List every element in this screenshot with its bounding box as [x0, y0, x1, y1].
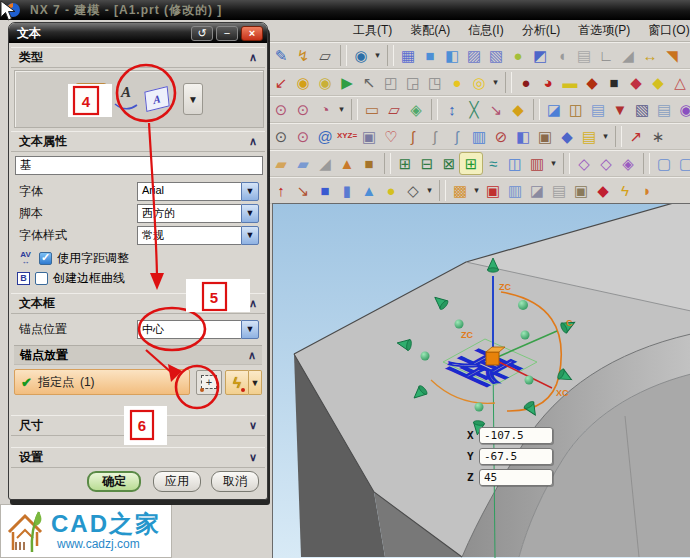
helix-icon[interactable]: @ — [314, 126, 336, 147]
cylinder-blue-icon[interactable]: ▢ — [653, 153, 675, 174]
prism-blue-icon[interactable]: ◆ — [556, 126, 578, 147]
sketch-spline-icon[interactable]: ✎ — [270, 45, 292, 66]
x-coordinate-input[interactable] — [479, 427, 553, 444]
border-curves-checkbox[interactable] — [35, 272, 48, 285]
type-text-on-face-button[interactable]: A — [144, 86, 169, 112]
folder-yellow-icon[interactable]: ▤ — [578, 126, 600, 147]
lightbulb-pair-icon[interactable]: ◎ — [468, 72, 490, 93]
striped-cylinder-icon[interactable]: ▥ — [468, 126, 490, 147]
shaded-cube-icon[interactable]: ■ — [419, 45, 441, 66]
red-pen-icon[interactable]: ↗ — [625, 126, 647, 147]
book-query-icon[interactable]: ▥ — [526, 153, 548, 174]
type-planar-text-button[interactable]: A — [75, 83, 107, 115]
point-dialog-button[interactable]: + — [196, 370, 222, 395]
section-curve-icon[interactable]: ʃ — [402, 126, 424, 147]
cone-primitive-icon[interactable]: ▲ — [358, 180, 380, 201]
lattice-icon[interactable]: ╳ — [463, 99, 485, 120]
sketch-reattach-icon[interactable]: ▭ — [361, 99, 383, 120]
gem-red-icon[interactable]: ◆ — [592, 180, 614, 201]
cone-orange-icon[interactable]: ▲ — [336, 153, 358, 174]
cylinder-blue2-icon[interactable]: ▢ — [675, 153, 690, 174]
dialog-minimize-button[interactable]: − — [216, 26, 238, 41]
shell-gray-icon[interactable]: ◖ — [551, 45, 573, 66]
corner-edge-icon[interactable]: ∟ — [595, 45, 617, 66]
dialog-reset-button[interactable]: ↺ — [191, 26, 213, 41]
plane-query-icon[interactable]: ▣ — [358, 126, 380, 147]
text-content-input[interactable] — [15, 156, 263, 175]
face-analysis-cube-icon[interactable]: ◩ — [529, 45, 551, 66]
font-combo[interactable]: Arial ▼ — [137, 182, 259, 201]
combo-caret-icon[interactable]: ▼ — [241, 204, 259, 223]
hexagon-point-icon[interactable]: ⊙ — [270, 126, 292, 147]
anchor-placement-header[interactable]: 锚点放置 ∧ — [14, 345, 262, 365]
pan-view-icon[interactable]: ◉ — [314, 72, 336, 93]
folder-caret-icon[interactable]: ▾ — [600, 131, 611, 141]
circle-center-icon[interactable]: ⊙ — [270, 99, 292, 120]
cylinder-primitive-icon[interactable]: ▮ — [336, 180, 358, 201]
ring-plane-icon[interactable]: ⊘ — [490, 126, 512, 147]
boolean-selected-icon[interactable]: ⊞ — [460, 153, 482, 174]
slant-sheet-icon[interactable]: ◥ — [661, 45, 683, 66]
collapse-chevron-icon[interactable]: ∧ — [249, 135, 257, 148]
picture-blue-icon[interactable]: ◪ — [543, 99, 565, 120]
rotate-view-icon[interactable]: ◉ — [292, 72, 314, 93]
menu-item-0[interactable]: 工具(T) — [346, 20, 399, 41]
section-dimensions[interactable]: 尺寸 ∨ — [11, 415, 265, 436]
anchor-point-handle[interactable] — [486, 352, 499, 365]
yellow-blue-cluster-icon[interactable]: ◆ — [647, 72, 669, 93]
point-snap-button[interactable]: ϟ — [225, 370, 249, 395]
wedge-gray2-icon[interactable]: ◢ — [314, 153, 336, 174]
trim-sheet-icon[interactable]: ▤ — [548, 180, 570, 201]
bolt-gear-icon[interactable]: ϟ — [614, 180, 636, 201]
kerning-checkbox[interactable] — [39, 252, 52, 265]
apply-button[interactable]: 应用 — [153, 471, 201, 492]
rainbow-sphere-icon[interactable]: ◉ — [675, 99, 690, 120]
frame-picture-icon[interactable]: ▣ — [534, 126, 556, 147]
collapse-chevron-icon[interactable]: ∧ — [249, 51, 257, 64]
move-object-icon[interactable]: ◰ — [380, 72, 402, 93]
boolean-intersect-icon[interactable]: ⊠ — [438, 153, 460, 174]
circle-radius-icon[interactable]: ⊙ — [292, 99, 314, 120]
anchor-position-combo[interactable]: 中心 ▼ — [137, 320, 259, 339]
cube-axes-icon[interactable]: ▧ — [631, 99, 653, 120]
datum-plane2-icon[interactable]: ◇ — [595, 153, 617, 174]
slab-blue-icon[interactable]: ▰ — [292, 153, 314, 174]
cube-outline-icon[interactable]: ◇ — [402, 180, 424, 201]
sketch-plane-icon[interactable]: ▱ — [383, 99, 405, 120]
orient-view-icon[interactable]: ↙ — [270, 72, 292, 93]
sphere-primitive-icon[interactable]: ● — [380, 180, 402, 201]
expression-xyz-icon[interactable]: XYZ= — [336, 126, 358, 147]
rect-resize-icon[interactable]: ▱ — [314, 45, 336, 66]
menu-item-1[interactable]: 装配(A) — [403, 20, 457, 41]
wave-link-icon[interactable]: ≈ — [482, 153, 504, 174]
prim-caret-icon[interactable]: ▾ — [424, 185, 435, 195]
red-blue-cluster-icon[interactable]: ◆ — [625, 72, 647, 93]
frame-feature-icon[interactable]: ▣ — [570, 180, 592, 201]
spray-points-icon[interactable]: ↘ — [485, 99, 507, 120]
light-caret-icon[interactable]: ▾ — [490, 77, 501, 87]
black-cube-icon[interactable]: ■ — [603, 72, 625, 93]
ruler-icon[interactable]: ↔ — [639, 45, 661, 66]
dialog-titlebar[interactable]: 文本 ↺ − × — [9, 23, 267, 43]
section-text-frame[interactable]: 文本框 ∧ — [11, 293, 265, 314]
yellow-capsule-icon[interactable]: ▬ — [559, 72, 581, 93]
lightbulb-icon[interactable]: ● — [446, 72, 468, 93]
pad-blue-icon[interactable]: ▥ — [504, 180, 526, 201]
datum-csys-icon[interactable]: ◈ — [617, 153, 639, 174]
studio-sphere-icon[interactable]: ● — [507, 45, 529, 66]
red-tool-icon[interactable]: ◆ — [581, 72, 603, 93]
pocket-red-icon[interactable]: ▣ — [482, 180, 504, 201]
menu-item-5[interactable]: 窗口(O) — [641, 20, 690, 41]
snap-dropdown-button[interactable]: ▼ — [249, 370, 262, 395]
block-primitive-icon[interactable]: ■ — [314, 180, 336, 201]
menu-item-4[interactable]: 首选项(P) — [571, 20, 637, 41]
extrude-arrows-icon[interactable]: ↕ — [441, 99, 463, 120]
menu-item-2[interactable]: 信息(I) — [461, 20, 510, 41]
datum-sheet-icon[interactable]: ◈ — [405, 99, 427, 120]
collapse-chevron-icon[interactable]: ∧ — [248, 349, 256, 362]
select-cursor-icon[interactable]: ↖ — [358, 72, 380, 93]
z-coordinate-input[interactable] — [479, 469, 553, 486]
specify-point-field[interactable]: ✔ 指定点 (1) — [14, 369, 190, 395]
half-shaded-cube-icon[interactable]: ◧ — [441, 45, 463, 66]
datum-plane-icon[interactable]: ◇ — [573, 153, 595, 174]
